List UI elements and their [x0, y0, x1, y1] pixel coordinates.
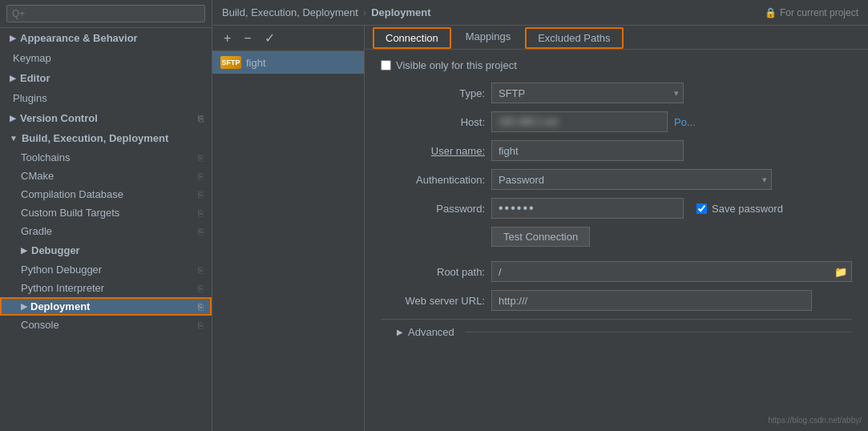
sidebar-item-python-debugger[interactable]: Python Debugger ⎘	[0, 260, 212, 279]
chevron-right-icon: ▶	[10, 34, 16, 42]
test-connection-row: Test Connection	[381, 227, 852, 253]
search-input[interactable]	[6, 5, 205, 22]
username-row: User name:	[381, 140, 852, 161]
type-select-wrapper: SFTP FTP FTPS Local or mounted folder	[491, 83, 684, 103]
add-server-button[interactable]: +	[219, 30, 236, 47]
web-server-row: Web server URL:	[381, 290, 852, 311]
copy-icon: ⎘	[198, 302, 204, 312]
project-note: 🔒 For current project	[765, 7, 858, 18]
root-path-input[interactable]	[491, 261, 852, 282]
host-row: Host: 192.168.1.xxx Po...	[381, 111, 852, 132]
sidebar-item-custom-build-targets[interactable]: Custom Build Targets ⎘	[0, 203, 212, 222]
save-password-checkbox[interactable]	[696, 203, 707, 214]
copy-icon: ⎘	[198, 153, 204, 163]
save-password-label: Save password	[712, 203, 783, 215]
sftp-icon: SFTP	[220, 56, 241, 69]
sidebar-item-deployment[interactable]: ▶ Deployment ⎘	[0, 297, 212, 316]
sidebar-item-version-control[interactable]: ▶ Version Control ⎘	[0, 108, 212, 128]
chevron-right-icon: ▶	[10, 114, 16, 123]
copy-icon: ⎘	[198, 320, 204, 330]
auth-label: Authentication:	[381, 174, 485, 186]
type-select[interactable]: SFTP FTP FTPS Local or mounted folder	[491, 83, 684, 103]
breadcrumb-parent: Build, Execution, Deployment	[222, 6, 358, 18]
detail-panel: Connection Mappings Excluded Paths	[365, 26, 868, 431]
settings-sidebar: ▶ Appearance & Behavior Keymap ▶ Editor …	[0, 0, 212, 431]
confirm-button[interactable]: ✓	[260, 29, 280, 47]
root-path-label: Root path:	[381, 266, 485, 278]
host-value: 192.168.1.xxx	[499, 116, 559, 127]
breadcrumb: Build, Execution, Deployment › Deploymen…	[222, 6, 431, 18]
watermark: https://blog.csdn.net/abby/	[768, 416, 862, 425]
sidebar-item-editor[interactable]: ▶ Editor	[0, 68, 212, 88]
sidebar-item-compilation-database[interactable]: Compilation Database ⎘	[0, 185, 212, 203]
tab-excluded-paths[interactable]: Excluded Paths	[525, 27, 623, 49]
search-box[interactable]	[0, 0, 212, 28]
test-connection-button[interactable]: Test Connection	[491, 227, 590, 247]
browse-folder-button[interactable]: 📁	[833, 264, 849, 280]
chevron-right-icon: ▶	[10, 74, 16, 83]
breadcrumb-separator: ›	[363, 6, 366, 18]
username-label: User name:	[381, 145, 485, 157]
sidebar-item-toolchains[interactable]: Toolchains ⎘	[0, 148, 212, 167]
host-input[interactable]: 192.168.1.xxx	[491, 111, 668, 132]
server-list: SFTP fight	[212, 51, 365, 431]
port-label[interactable]: Po...	[674, 116, 696, 128]
advanced-label: Advanced	[408, 326, 454, 338]
copy-icon: ⎘	[198, 114, 204, 123]
sidebar-item-plugins[interactable]: Plugins	[0, 88, 212, 108]
lock-icon: 🔒	[765, 7, 777, 18]
sidebar-item-keymap[interactable]: Keymap	[0, 48, 212, 68]
sidebar-item-cmake[interactable]: CMake ⎘	[0, 167, 212, 185]
form-area: Visible only for this project Type: SFTP…	[365, 50, 868, 431]
sidebar-item-debugger[interactable]: ▶ Debugger	[0, 240, 212, 260]
sidebar-item-python-interpreter[interactable]: Python Interpreter ⎘	[0, 279, 212, 297]
detail-content: Connection Mappings Excluded Paths	[365, 26, 868, 431]
auth-select[interactable]: Password Key pair OpenSSH config and aut…	[491, 169, 772, 190]
password-input[interactable]	[491, 198, 684, 219]
copy-icon: ⎘	[198, 171, 204, 181]
remove-server-button[interactable]: −	[239, 30, 256, 47]
breadcrumb-current: Deployment	[371, 6, 430, 18]
advanced-divider	[466, 332, 852, 332]
root-path-row: Root path: 📁	[381, 261, 852, 282]
main-split: + − ✓ SFTP fight C	[212, 26, 868, 431]
tabs-bar: Connection Mappings Excluded Paths	[365, 26, 868, 50]
tab-mappings[interactable]: Mappings	[453, 26, 523, 50]
type-row: Type: SFTP FTP FTPS Local or mounted fol…	[381, 83, 852, 103]
content-area: Build, Execution, Deployment › Deploymen…	[212, 0, 868, 431]
web-server-input[interactable]	[491, 290, 812, 311]
sidebar-item-console[interactable]: Console ⎘	[0, 316, 212, 334]
visible-only-checkbox[interactable]	[381, 60, 391, 70]
web-server-label: Web server URL:	[381, 295, 485, 307]
chevron-down-icon: ▼	[10, 134, 18, 143]
password-row: Password: Save password	[381, 198, 852, 219]
type-label: Type:	[381, 87, 485, 99]
username-input[interactable]	[491, 140, 684, 161]
copy-icon: ⎘	[198, 208, 204, 218]
copy-icon: ⎘	[198, 227, 204, 236]
password-label: Password:	[381, 203, 485, 215]
server-list-item[interactable]: SFTP fight	[212, 51, 364, 74]
save-password-row: Save password	[696, 203, 783, 215]
copy-icon: ⎘	[198, 284, 204, 293]
sidebar-item-appearance[interactable]: ▶ Appearance & Behavior	[0, 28, 212, 48]
auth-select-wrapper: Password Key pair OpenSSH config and aut…	[491, 169, 772, 190]
root-path-wrapper: 📁	[491, 261, 852, 282]
tab-connection[interactable]: Connection	[373, 27, 451, 49]
auth-row: Authentication: Password Key pair OpenSS…	[381, 169, 852, 190]
copy-icon: ⎘	[198, 190, 204, 199]
host-label: Host:	[381, 116, 485, 128]
sidebar-item-build-execution[interactable]: ▼ Build, Execution, Deployment	[0, 128, 212, 148]
chevron-right-icon: ▶	[397, 328, 403, 336]
visible-only-label: Visible only for this project	[396, 59, 517, 71]
breadcrumb-bar: Build, Execution, Deployment › Deploymen…	[212, 0, 868, 26]
sidebar-item-gradle[interactable]: Gradle ⎘	[0, 222, 212, 240]
advanced-row[interactable]: ▶ Advanced	[381, 319, 852, 338]
copy-icon: ⎘	[198, 265, 204, 275]
chevron-right-icon: ▶	[21, 246, 27, 255]
visible-only-row: Visible only for this project	[381, 59, 852, 71]
chevron-right-icon: ▶	[21, 301, 27, 312]
toolbar: + − ✓	[212, 26, 364, 51]
